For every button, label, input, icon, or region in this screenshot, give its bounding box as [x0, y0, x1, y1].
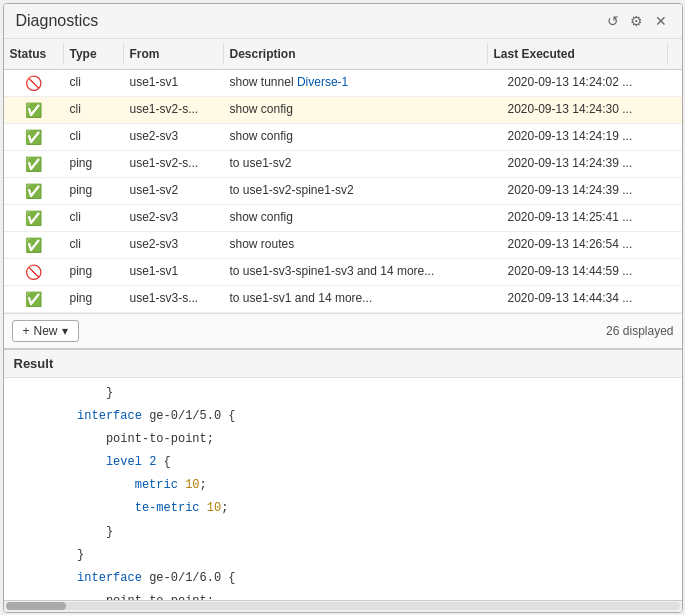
ok-icon: ✅	[25, 102, 42, 118]
result-header: Result	[4, 350, 682, 378]
new-button[interactable]: + New ▾	[12, 320, 79, 342]
status-cell: ✅	[4, 97, 64, 123]
last-executed-cell: 2020-09-13 14:24:19 ...	[502, 124, 682, 150]
description-cell: to use1-sv2-spine1-sv2	[224, 178, 502, 204]
scroll-track	[6, 602, 680, 610]
ok-icon: ✅	[25, 156, 42, 172]
code-line: point-to-point;	[4, 590, 682, 599]
last-executed-cell: 2020-09-13 14:24:39 ...	[502, 151, 682, 177]
ok-icon: ✅	[25, 129, 42, 145]
last-executed-cell: 2020-09-13 14:24:30 ...	[502, 97, 682, 123]
title-bar: Diagnostics ↺ ⚙ ✕	[4, 4, 682, 39]
result-body[interactable]: } interface ge-0/1/5.0 { point-to-point;…	[4, 378, 682, 600]
table-row[interactable]: 🚫pinguse1-sv1to use1-sv3-spine1-sv3 and …	[4, 259, 682, 286]
close-icon[interactable]: ✕	[652, 12, 670, 30]
ok-icon: ✅	[25, 210, 42, 226]
header-scroll-spacer	[668, 43, 682, 65]
description-cell: to use1-sv3-spine1-sv3 and 14 more...	[224, 259, 502, 285]
header-type: Type	[64, 43, 124, 65]
description-cell: show config	[224, 124, 502, 150]
status-cell: ✅	[4, 286, 64, 312]
result-section: Result } interface ge-0/1/5.0 { point-to…	[4, 348, 682, 612]
table-row[interactable]: 🚫cliuse1-sv1show tunnel Diverse-12020-09…	[4, 70, 682, 97]
description-cell: show config	[224, 97, 502, 123]
diagnostics-table-section: Status Type From Description Last Execut…	[4, 39, 682, 313]
type-cell: cli	[64, 70, 124, 96]
last-executed-cell: 2020-09-13 14:24:39 ...	[502, 178, 682, 204]
code-line: metric 10;	[4, 474, 682, 497]
type-cell: ping	[64, 286, 124, 312]
description-cell: show routes	[224, 232, 502, 258]
from-cell: use2-sv3	[124, 232, 224, 258]
table-row[interactable]: ✅pinguse1-sv2-s...to use1-sv22020-09-13 …	[4, 151, 682, 178]
status-cell: ✅	[4, 151, 64, 177]
from-cell: use1-sv1	[124, 70, 224, 96]
table-header: Status Type From Description Last Execut…	[4, 39, 682, 70]
diagnostics-window: Diagnostics ↺ ⚙ ✕ Status Type From Descr…	[3, 3, 683, 613]
chevron-down-icon: ▾	[62, 324, 68, 338]
from-cell: use1-sv2-s...	[124, 97, 224, 123]
status-cell: 🚫	[4, 259, 64, 285]
description-cell: show tunnel Diverse-1	[224, 70, 502, 96]
description-cell: show config	[224, 205, 502, 231]
gear-icon[interactable]: ⚙	[628, 12, 646, 30]
status-cell: ✅	[4, 178, 64, 204]
header-status: Status	[4, 43, 64, 65]
code-line: }	[4, 521, 682, 544]
header-from: From	[124, 43, 224, 65]
from-cell: use1-sv3-s...	[124, 286, 224, 312]
code-line: point-to-point;	[4, 428, 682, 451]
table-row[interactable]: ✅cliuse1-sv2-s...show config2020-09-13 1…	[4, 97, 682, 124]
last-executed-cell: 2020-09-13 14:24:02 ...	[502, 70, 682, 96]
type-cell: cli	[64, 232, 124, 258]
code-line: te-metric 10;	[4, 497, 682, 520]
table-row[interactable]: ✅pinguse1-sv3-s...to use1-sv1 and 14 mor…	[4, 286, 682, 313]
type-cell: ping	[64, 259, 124, 285]
error-icon: 🚫	[25, 75, 42, 91]
error-icon: 🚫	[25, 264, 42, 280]
type-cell: cli	[64, 97, 124, 123]
status-cell: ✅	[4, 124, 64, 150]
description-cell: to use1-sv2	[224, 151, 502, 177]
status-cell: ✅	[4, 205, 64, 231]
table-row[interactable]: ✅cliuse2-sv3show routes2020-09-13 14:26:…	[4, 232, 682, 259]
code-line: level 2 {	[4, 451, 682, 474]
ok-icon: ✅	[25, 291, 42, 307]
toolbar: + New ▾ 26 displayed	[4, 313, 682, 348]
new-button-label: New	[34, 324, 58, 338]
type-cell: ping	[64, 151, 124, 177]
code-line: }	[4, 382, 682, 405]
from-cell: use1-sv2	[124, 178, 224, 204]
code-line: interface ge-0/1/5.0 {	[4, 405, 682, 428]
type-cell: cli	[64, 124, 124, 150]
status-cell: ✅	[4, 232, 64, 258]
table-row[interactable]: ✅cliuse2-sv3show config2020-09-13 14:24:…	[4, 124, 682, 151]
displayed-count: 26 displayed	[606, 324, 673, 338]
last-executed-cell: 2020-09-13 14:44:34 ...	[502, 286, 682, 312]
from-cell: use2-sv3	[124, 124, 224, 150]
ok-icon: ✅	[25, 237, 42, 253]
table-row[interactable]: ✅cliuse2-sv3show config2020-09-13 14:25:…	[4, 205, 682, 232]
title-bar-controls: ↺ ⚙ ✕	[604, 12, 670, 30]
last-executed-cell: 2020-09-13 14:44:59 ...	[502, 259, 682, 285]
code-line: }	[4, 544, 682, 567]
table-body[interactable]: 🚫cliuse1-sv1show tunnel Diverse-12020-09…	[4, 70, 682, 313]
description-cell: to use1-sv1 and 14 more...	[224, 286, 502, 312]
refresh-icon[interactable]: ↺	[604, 12, 622, 30]
code-line: interface ge-0/1/6.0 {	[4, 567, 682, 590]
status-cell: 🚫	[4, 70, 64, 96]
header-description: Description	[224, 43, 488, 65]
last-executed-cell: 2020-09-13 14:25:41 ...	[502, 205, 682, 231]
scroll-thumb[interactable]	[6, 602, 66, 610]
last-executed-cell: 2020-09-13 14:26:54 ...	[502, 232, 682, 258]
from-cell: use2-sv3	[124, 205, 224, 231]
plus-icon: +	[23, 324, 30, 338]
window-title: Diagnostics	[16, 12, 99, 30]
from-cell: use1-sv2-s...	[124, 151, 224, 177]
header-last-executed: Last Executed	[488, 43, 668, 65]
horizontal-scrollbar[interactable]	[4, 600, 682, 612]
ok-icon: ✅	[25, 183, 42, 199]
from-cell: use1-sv1	[124, 259, 224, 285]
type-cell: cli	[64, 205, 124, 231]
table-row[interactable]: ✅pinguse1-sv2to use1-sv2-spine1-sv22020-…	[4, 178, 682, 205]
